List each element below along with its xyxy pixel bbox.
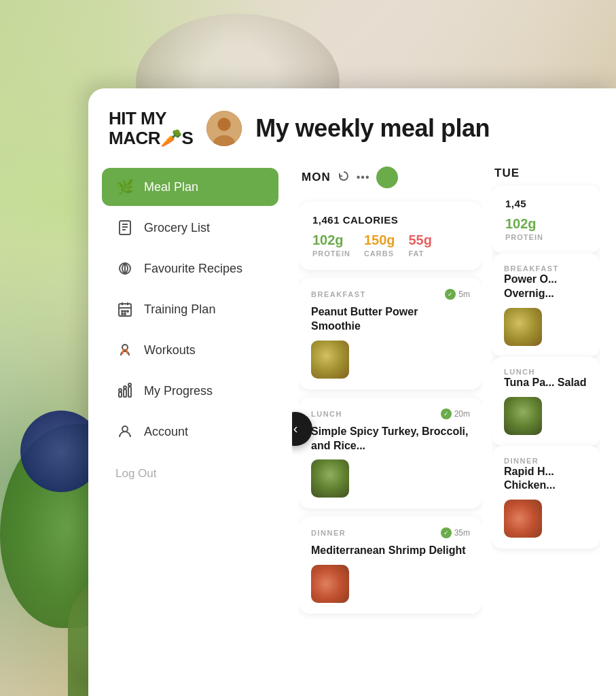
content-area: 🌿 Meal Plan Grocery List <box>88 161 616 696</box>
my-progress-icon <box>115 381 134 400</box>
meal-type-breakfast: BREAKFAST <box>311 290 366 298</box>
meal-header-breakfast: BREAKFAST ✓ 5m <box>311 289 470 300</box>
svg-point-17 <box>122 313 123 315</box>
logout-label: Log Out <box>115 467 157 480</box>
days-row: MON ••• 1,461 CALORIES <box>299 161 609 689</box>
svg-rect-21 <box>124 389 126 397</box>
partial-protein: 102g <box>505 216 587 232</box>
svg-point-25 <box>128 383 131 386</box>
partial-meal-dinner-tue[interactable]: DINNER Rapid H... Chicken... <box>492 446 600 549</box>
carbs-label: CARBS <box>364 249 395 258</box>
sidebar-item-label: Favourite Recipes <box>144 262 242 276</box>
sidebar-item-label: Meal Plan <box>144 180 198 194</box>
svg-point-23 <box>119 389 122 392</box>
sidebar-item-label: Account <box>144 425 188 439</box>
svg-rect-22 <box>128 387 131 397</box>
training-plan-icon <box>115 300 134 319</box>
day-label-mon: MON <box>302 171 331 184</box>
svg-point-18 <box>124 313 126 315</box>
svg-point-24 <box>124 386 126 389</box>
macro-fat: 55g FAT <box>409 232 432 258</box>
meal-time-lunch: ✓ 20m <box>441 408 470 419</box>
partial-meal-lunch-tue[interactable]: LUNCH Tuna Pa... Salad <box>492 357 600 446</box>
day-label-tue: TUE <box>494 167 520 180</box>
partial-lunch-thumb <box>504 397 542 435</box>
account-icon <box>115 422 134 441</box>
meal-header-lunch: LUNCH ✓ 20m <box>311 408 470 419</box>
meal-thumbnail-breakfast <box>311 341 349 379</box>
app-panel: HIT MYMACR🥕S My weekly meal plan 🌿 Meal … <box>88 88 616 696</box>
protein-label: PROTEIN <box>312 249 350 258</box>
favourite-recipes-icon <box>115 259 134 278</box>
macros-row: 102g PROTEIN 150g CARBS 55g FAT <box>312 232 469 258</box>
meal-type-lunch: LUNCH <box>311 410 342 418</box>
meal-plan-content: ‹ MON ••• <box>292 161 616 696</box>
svg-rect-20 <box>119 392 122 397</box>
refresh-icon[interactable] <box>338 170 350 185</box>
calories-label: 1,461 CALORIES <box>312 214 469 226</box>
app-header: HIT MYMACR🥕S My weekly meal plan <box>88 88 616 161</box>
svg-point-3 <box>218 118 230 130</box>
carbs-value: 150g <box>364 232 395 248</box>
svg-point-15 <box>124 311 126 312</box>
svg-point-26 <box>122 426 128 432</box>
sidebar-item-label: Grocery List <box>144 221 210 235</box>
meal-name-dinner: Mediterranean Shrimp Delight <box>311 544 470 558</box>
meal-header-dinner: DINNER ✓ 35m <box>311 527 470 538</box>
sidebar-item-favourite-recipes[interactable]: Favourite Recipes <box>102 249 278 288</box>
svg-point-16 <box>127 311 128 312</box>
partial-lunch-type: LUNCH <box>504 368 588 376</box>
workouts-icon <box>115 341 134 360</box>
partial-dinner-thumb <box>504 500 542 538</box>
meal-duration-dinner: 35m <box>454 528 470 538</box>
partial-lunch-name: Tuna Pa... Salad <box>504 376 588 390</box>
macros-card-tue: 1,45 102g PROTEIN <box>492 186 600 254</box>
logo-carrot-icon: 🥕 <box>160 128 182 148</box>
meal-thumbnail-dinner <box>311 565 349 603</box>
grocery-list-icon <box>115 218 134 237</box>
meal-type-dinner: DINNER <box>311 529 346 537</box>
sidebar-item-training-plan[interactable]: Training Plan <box>102 290 278 328</box>
macro-protein: 102g PROTEIN <box>312 232 350 258</box>
meal-card-breakfast-mon[interactable]: BREAKFAST ✓ 5m Peanut Butter Power Smoot… <box>299 278 482 389</box>
sidebar-item-label: Workouts <box>144 343 196 358</box>
day-header-tue: TUE <box>492 161 600 186</box>
sidebar-item-my-progress[interactable]: My Progress <box>102 372 278 410</box>
clock-icon: ✓ <box>445 289 456 300</box>
partial-meal-breakfast-tue[interactable]: BREAKFAST Power O... Overnig... <box>492 254 600 357</box>
sidebar-item-label: My Progress <box>144 384 213 398</box>
meal-duration-breakfast: 5m <box>458 290 470 299</box>
partial-protein-label: PROTEIN <box>505 233 587 241</box>
active-day-indicator <box>376 167 398 188</box>
sidebar-item-workouts[interactable]: Workouts <box>102 331 278 369</box>
app-logo: HIT MYMACR🥕S <box>109 109 193 147</box>
clock-icon-dinner: ✓ <box>441 527 452 538</box>
sidebar-item-label: Training Plan <box>144 302 215 317</box>
more-options-icon[interactable]: ••• <box>357 171 370 184</box>
sidebar: 🌿 Meal Plan Grocery List <box>88 161 292 696</box>
meal-name-breakfast: Peanut Butter Power Smoothie <box>311 305 470 334</box>
fat-value: 55g <box>409 232 432 248</box>
page-title: My weekly meal plan <box>255 114 490 143</box>
meal-time-breakfast: ✓ 5m <box>445 289 470 300</box>
sidebar-item-account[interactable]: Account <box>102 413 278 451</box>
meal-card-lunch-mon[interactable]: LUNCH ✓ 20m Simple Spicy Turkey, Broccol… <box>299 398 482 509</box>
meal-plan-icon: 🌿 <box>115 177 134 196</box>
day-column-mon: MON ••• 1,461 CALORIES <box>299 161 482 689</box>
meal-duration-lunch: 20m <box>454 409 470 419</box>
macro-carbs: 150g CARBS <box>364 232 395 258</box>
logout-button[interactable]: Log Out <box>102 460 278 487</box>
macros-card-mon: 1,461 CALORIES 102g PROTEIN 150g CARBS <box>299 202 482 270</box>
meal-card-dinner-mon[interactable]: DINNER ✓ 35m Mediterranean Shrimp Deligh… <box>299 517 482 614</box>
meal-name-lunch: Simple Spicy Turkey, Broccoli, and Rice.… <box>311 425 470 453</box>
protein-value: 102g <box>312 232 350 248</box>
partial-meal-type: BREAKFAST <box>504 264 588 273</box>
sidebar-item-meal-plan[interactable]: 🌿 Meal Plan <box>102 168 278 206</box>
partial-meal-name: Power O... Overnig... <box>504 273 588 301</box>
user-avatar[interactable] <box>206 111 242 146</box>
clock-icon-lunch: ✓ <box>441 408 452 419</box>
sidebar-item-grocery-list[interactable]: Grocery List <box>102 209 278 247</box>
partial-dinner-type: DINNER <box>504 457 588 465</box>
day-column-tue: TUE 1,45 102g PROTEIN BREAKFAST Power O.… <box>492 161 600 689</box>
svg-point-14 <box>122 311 123 312</box>
